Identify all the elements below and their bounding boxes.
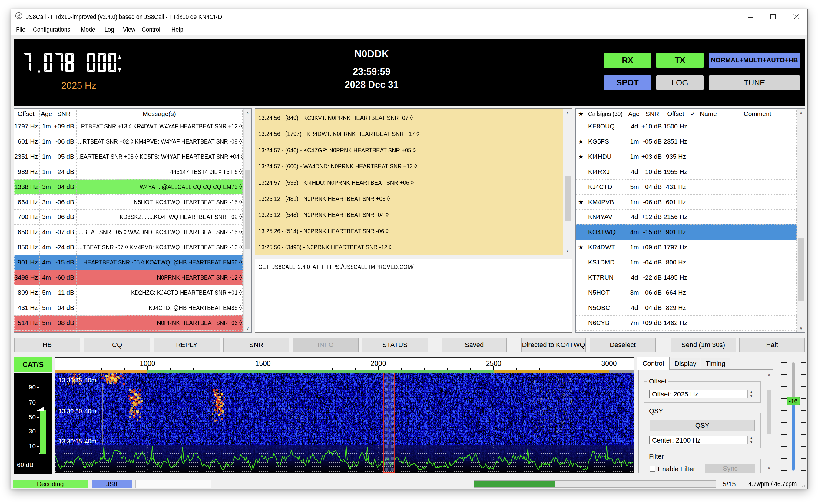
svg-text:13:30:30: 13:30:30 xyxy=(58,408,82,414)
svg-text:40m: 40m xyxy=(84,377,96,383)
svg-text:40m: 40m xyxy=(84,408,96,414)
svg-text:13:30:45: 13:30:45 xyxy=(58,377,82,383)
svg-text:13:30:15: 13:30:15 xyxy=(58,438,82,445)
svg-text:40m: 40m xyxy=(84,438,96,445)
